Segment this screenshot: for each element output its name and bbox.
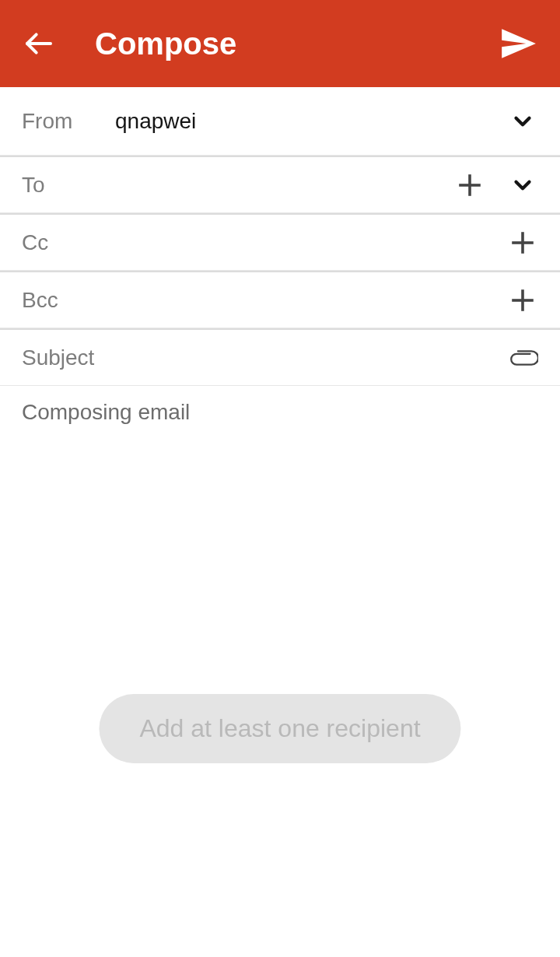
subject-row[interactable] [0,328,560,386]
paperclip-icon [507,348,538,368]
send-icon [499,24,537,63]
from-value: qnapwei [115,109,196,134]
subject-input[interactable] [22,345,507,370]
body-placeholder: Composing email [22,400,190,424]
chevron-down-icon [509,108,536,135]
back-arrow-icon [23,28,54,59]
cc-add-contact-button[interactable] [507,227,538,258]
cc-label: Cc [22,230,115,255]
send-button[interactable] [498,23,538,64]
chevron-down-icon [509,172,536,198]
page-title: Compose [95,26,236,61]
cc-input[interactable] [115,230,507,255]
to-add-contact-button[interactable] [454,170,485,201]
plus-icon [456,171,484,199]
cc-row[interactable]: Cc [0,213,560,271]
toolbar-left: Compose [22,26,236,61]
bcc-row[interactable]: Bcc [0,271,560,328]
from-row[interactable]: From qnapwei [0,87,560,156]
toast-text: Add at least one recipient [139,714,420,742]
bcc-add-contact-button[interactable] [507,285,538,316]
to-label: To [22,173,115,198]
toolbar: Compose [0,0,560,87]
plus-icon [509,286,537,314]
plus-icon [509,229,537,257]
from-label: From [22,109,115,134]
compose-form: From qnapwei To [0,87,560,439]
bcc-input[interactable] [115,288,507,313]
from-dropdown-button[interactable] [507,106,538,137]
to-expand-button[interactable] [507,170,538,201]
email-body[interactable]: Composing email [0,386,560,439]
to-input[interactable] [115,173,454,198]
to-row[interactable]: To [0,156,560,213]
attach-button[interactable] [507,342,538,373]
bcc-label: Bcc [22,288,115,313]
toast-message: Add at least one recipient [99,694,460,763]
back-button[interactable] [22,26,56,61]
